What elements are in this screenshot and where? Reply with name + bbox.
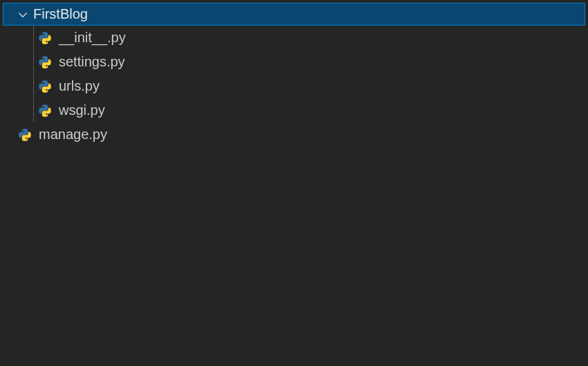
file-row-settings[interactable]: settings.py [33, 50, 585, 74]
python-file-icon [38, 31, 52, 45]
file-label: manage.py [39, 127, 107, 143]
file-label: settings.py [59, 54, 125, 70]
file-explorer-tree: FirstBlog __init__.py settings.py [0, 0, 588, 149]
indent-guide [33, 26, 34, 122]
chevron-down-icon [15, 7, 30, 22]
file-label: urls.py [59, 78, 100, 94]
file-row-urls[interactable]: urls.py [33, 74, 585, 98]
folder-label: FirstBlog [33, 6, 88, 22]
file-label: __init__.py [59, 30, 126, 46]
file-row-wsgi[interactable]: wsgi.py [33, 98, 585, 122]
folder-children: __init__.py settings.py urls.py [3, 26, 585, 122]
python-file-icon [38, 80, 52, 93]
python-file-icon [38, 55, 52, 69]
file-row-init[interactable]: __init__.py [33, 26, 585, 50]
file-label: wsgi.py [59, 102, 105, 118]
file-row-manage[interactable]: manage.py [3, 122, 585, 147]
folder-row-firstblog[interactable]: FirstBlog [3, 3, 585, 26]
python-file-icon [18, 128, 32, 142]
python-file-icon [38, 104, 52, 118]
